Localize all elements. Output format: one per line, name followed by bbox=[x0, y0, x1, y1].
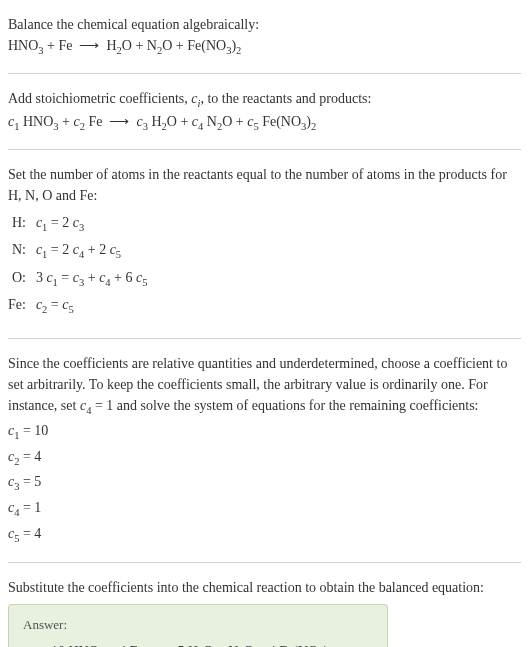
solve-section: Since the coefficients are relative quan… bbox=[8, 347, 521, 554]
answer-box: Answer: 10 HNO3 + 4 Fe ⟶ 5 H2O + N2O + 4… bbox=[8, 604, 388, 647]
atom-row: O: 3 c1 = c3 + c4 + 6 c5 bbox=[8, 265, 147, 293]
stoich-equation: c1 HNO3 + c2 Fe ⟶ c3 H2O + c4 N2O + c5 F… bbox=[8, 111, 521, 135]
atom-label: Fe: bbox=[8, 292, 36, 320]
atom-row: N: c1 = 2 c4 + 2 c5 bbox=[8, 237, 147, 265]
divider bbox=[8, 338, 521, 339]
intro-equation: HNO3 + Fe ⟶ H2O + N2O + Fe(NO3)2 bbox=[8, 35, 521, 59]
atom-row: Fe: c2 = c5 bbox=[8, 292, 147, 320]
atom-expr: c1 = 2 c4 + 2 c5 bbox=[36, 237, 148, 265]
answer-label: Answer: bbox=[23, 615, 373, 635]
divider bbox=[8, 562, 521, 563]
atom-expr: c2 = c5 bbox=[36, 292, 148, 320]
atom-label: N: bbox=[8, 237, 36, 265]
substitute-section: Substitute the coefficients into the che… bbox=[8, 571, 521, 647]
atom-label: H: bbox=[8, 210, 36, 238]
coef-item: c3 = 5 bbox=[8, 471, 521, 495]
answer-equation: 10 HNO3 + 4 Fe ⟶ 5 H2O + N2O + 4 Fe(NO3)… bbox=[23, 641, 373, 647]
atoms-intro: Set the number of atoms in the reactants… bbox=[8, 164, 521, 206]
stoich-text: Add stoichiometric coefficients, ci, to … bbox=[8, 88, 521, 112]
atom-expr: c1 = 2 c3 bbox=[36, 210, 148, 238]
atoms-section: Set the number of atoms in the reactants… bbox=[8, 158, 521, 330]
coef-item: c4 = 1 bbox=[8, 497, 521, 521]
solve-intro: Since the coefficients are relative quan… bbox=[8, 353, 521, 419]
coef-item: c2 = 4 bbox=[8, 446, 521, 470]
stoich-section: Add stoichiometric coefficients, ci, to … bbox=[8, 82, 521, 141]
coef-list: c1 = 10 c2 = 4 c3 = 5 c4 = 1 c5 = 4 bbox=[8, 420, 521, 546]
atom-expr: 3 c1 = c3 + c4 + 6 c5 bbox=[36, 265, 148, 293]
atom-row: H: c1 = 2 c3 bbox=[8, 210, 147, 238]
coef-item: c5 = 4 bbox=[8, 523, 521, 547]
atom-label: O: bbox=[8, 265, 36, 293]
intro-text: Balance the chemical equation algebraica… bbox=[8, 14, 521, 35]
substitute-text: Substitute the coefficients into the che… bbox=[8, 577, 521, 598]
coef-item: c1 = 10 bbox=[8, 420, 521, 444]
divider bbox=[8, 149, 521, 150]
atoms-table: H: c1 = 2 c3 N: c1 = 2 c4 + 2 c5 O: 3 c1… bbox=[8, 210, 147, 320]
intro-section: Balance the chemical equation algebraica… bbox=[8, 8, 521, 65]
divider bbox=[8, 73, 521, 74]
